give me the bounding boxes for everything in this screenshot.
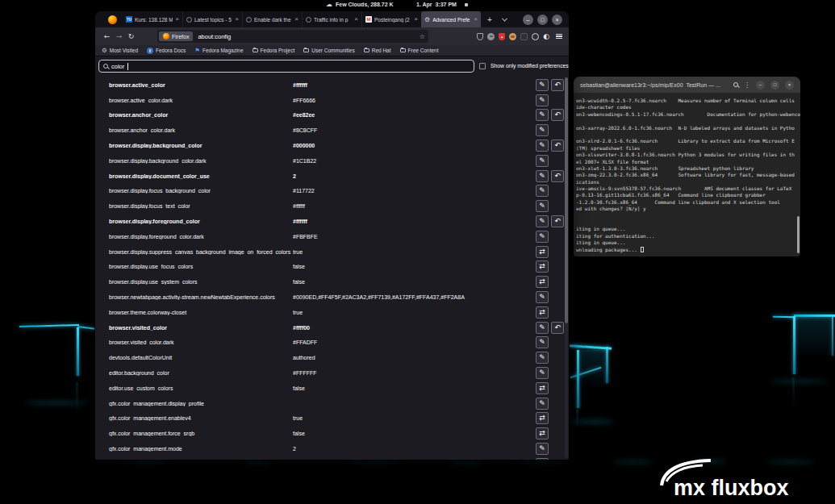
close-button[interactable]: × xyxy=(552,15,562,25)
terminal-line: on3-xlrd-2.0.1-6.fc36.noarch Library to … xyxy=(576,138,799,144)
edit-button[interactable]: ✎ xyxy=(536,291,549,303)
edit-button[interactable]: ✎ xyxy=(536,336,549,348)
back-button[interactable]: ← xyxy=(102,31,112,42)
pref-row: browser.newtabpage.activity-stream.newNe… xyxy=(95,289,569,305)
shield-check-icon[interactable] xyxy=(477,33,483,40)
terminal-line: ications xyxy=(576,179,799,185)
account-mask-icon[interactable] xyxy=(487,33,495,40)
cube-edge xyxy=(77,327,79,376)
terminal-titlebar[interactable]: sebastian@alienware13r3:~/ps/mip/Ex00_Te… xyxy=(574,77,800,94)
toggle-button[interactable]: ⇄ xyxy=(536,427,549,439)
tab-close-icon[interactable]: × xyxy=(235,16,239,23)
terminal-minimize-button[interactable]: – xyxy=(756,81,765,90)
toggle-button[interactable]: ⇄ xyxy=(536,276,549,288)
tab-posteingang-2[interactable]: MPosteingang (2× xyxy=(361,11,421,27)
bookmark-fedora-project[interactable]: Fedora Project xyxy=(253,48,295,53)
bookmark-fedora-docs[interactable]: fFedora Docs xyxy=(147,48,186,54)
edit-button[interactable]: ✎ xyxy=(536,124,549,136)
edit-button[interactable]: ✎ xyxy=(536,94,549,106)
toggle-button[interactable]: ⇄ xyxy=(536,246,549,258)
adblock-shield-icon[interactable]: ▲ xyxy=(499,33,505,40)
tab-close-icon[interactable]: × xyxy=(175,16,179,23)
tab-close-icon[interactable]: × xyxy=(474,16,478,23)
tab-latest-topics-5[interactable]: Latest topics - 5× xyxy=(182,11,242,27)
edit-button[interactable]: ✎ xyxy=(536,185,549,197)
edit-button[interactable]: ✎ xyxy=(536,200,549,212)
scrollbar-thumb[interactable] xyxy=(565,77,568,323)
edit-button[interactable]: ✎ xyxy=(536,352,549,364)
url-bar[interactable]: Firefox about:config ☆ xyxy=(157,30,428,43)
restore-button[interactable]: □ xyxy=(537,15,548,25)
bookmark-free-content[interactable]: Free Content xyxy=(400,48,439,53)
edit-button[interactable]: ✎ xyxy=(536,458,549,460)
edit-button[interactable]: ✎ xyxy=(536,215,549,227)
tab-overflow-button[interactable] xyxy=(499,14,510,25)
terminal-search-icon[interactable] xyxy=(733,82,738,87)
bookmark-star-icon[interactable]: ☆ xyxy=(420,33,425,40)
bookmark-most-visited[interactable]: ⚙Most Visited xyxy=(102,47,138,54)
tampermonkey-icon[interactable] xyxy=(509,33,516,40)
reset-button[interactable]: ↶ xyxy=(551,109,564,121)
tab-enable-dark-the[interactable]: Enable dark the× xyxy=(242,11,302,27)
bookmark-fedora-magazine[interactable]: ⚑Fedora Magazine xyxy=(194,47,243,54)
modified-only-checkbox[interactable] xyxy=(479,63,486,69)
menu-icon[interactable] xyxy=(556,34,562,40)
toggle-button[interactable]: ⇄ xyxy=(536,382,549,394)
tray-icon[interactable] xyxy=(465,3,468,6)
pref-name: browser.visited_color.dark xyxy=(109,339,293,345)
edit-button[interactable]: ✎ xyxy=(536,367,549,379)
edit-button[interactable]: ✎ xyxy=(536,140,549,152)
pref-actions: ✎ xyxy=(536,185,566,197)
terminal-scrollbar-thumb[interactable] xyxy=(797,216,800,253)
edit-button[interactable]: ✎ xyxy=(536,155,549,167)
toggle-button[interactable]: ⇄ xyxy=(536,260,549,273)
flag-icon: ⚑ xyxy=(194,47,200,54)
tu-favicon-icon: TU xyxy=(126,16,132,23)
pref-name: browser.display.foreground_color.dark xyxy=(109,234,293,240)
bookmark-user-communities[interactable]: User Communities xyxy=(303,48,354,53)
edit-button[interactable]: ✎ xyxy=(536,79,549,91)
toggle-button[interactable]: ⇄ xyxy=(536,412,549,424)
tab-close-icon[interactable]: × xyxy=(354,16,358,23)
tab-close-icon[interactable]: × xyxy=(294,16,299,23)
terminal-close-button[interactable]: × xyxy=(785,81,794,90)
bookmark-label: Most Visited xyxy=(110,48,138,53)
pref-actions: ✎↶ xyxy=(536,170,566,182)
minimize-button[interactable]: – xyxy=(523,15,533,25)
reload-button[interactable]: ↻ xyxy=(126,31,136,42)
terminal-maximize-button[interactable]: □ xyxy=(770,81,779,90)
bookmark-red-hat[interactable]: Red Hat xyxy=(364,48,391,53)
forward-button[interactable]: → xyxy=(114,31,124,42)
toggle-button[interactable]: ⇄ xyxy=(536,306,549,319)
tab-traffic-info-in-p[interactable]: Traffic info in p× xyxy=(302,11,361,27)
edit-button[interactable]: ✎ xyxy=(536,231,549,243)
kebab-menu-icon[interactable]: ⋮ xyxy=(744,81,750,89)
reset-button[interactable]: ↶ xyxy=(551,140,564,152)
edit-button[interactable]: ✎ xyxy=(536,443,549,455)
search-text: color xyxy=(111,63,124,70)
reset-button[interactable]: ↶ xyxy=(551,79,564,91)
reset-button[interactable]: ↶ xyxy=(551,170,564,182)
pref-actions: ✎ xyxy=(536,155,566,167)
dark-mode-icon[interactable]: ◐ xyxy=(543,32,549,40)
reset-button[interactable]: ↶ xyxy=(551,322,564,334)
edit-button[interactable]: ✎ xyxy=(536,322,549,334)
edit-button[interactable]: ✎ xyxy=(536,109,549,121)
firefox-app-icon[interactable] xyxy=(108,15,117,24)
identity-chip[interactable]: Firefox xyxy=(159,31,193,41)
tab-advanced-prefe[interactable]: ⚙Advanced Prefe× xyxy=(421,11,481,27)
scrollbar[interactable] xyxy=(565,77,568,458)
edit-button[interactable]: ✎ xyxy=(536,170,549,182)
pref-value: #FBFBFE xyxy=(293,234,536,240)
tab-close-icon[interactable]: × xyxy=(414,16,418,23)
screenshot-icon[interactable] xyxy=(520,33,528,40)
pref-value: authored xyxy=(293,355,536,360)
new-tab-button[interactable]: + xyxy=(484,14,495,25)
edit-button[interactable]: ✎ xyxy=(536,398,549,410)
terminal-line: on3-webencodings-0.5.1-17.fc36.noarch Do… xyxy=(576,111,799,118)
search-input[interactable]: color xyxy=(98,60,474,73)
reset-button[interactable]: ↶ xyxy=(551,215,564,227)
privacy-badge-icon[interactable] xyxy=(532,33,539,40)
terminal-line xyxy=(576,213,799,219)
tab-kurs-138-128-m[interactable]: TUKurs: 138.128 M× xyxy=(123,11,182,27)
